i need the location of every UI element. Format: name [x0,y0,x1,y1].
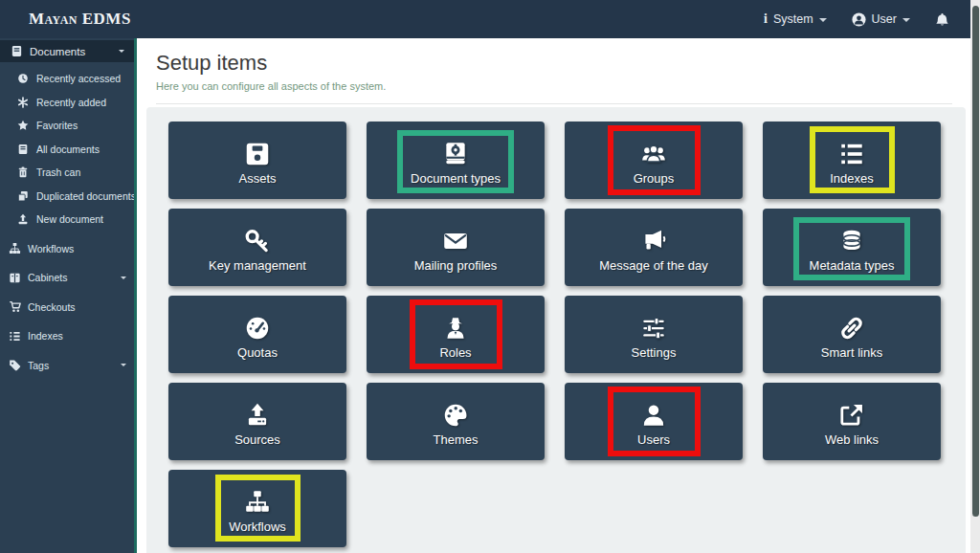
top-navbar: Mayan EDMS i System User [0,0,970,38]
sidebar-item-recently-added[interactable]: Recently added [0,91,134,115]
system-menu[interactable]: i System [764,11,827,27]
sidebar-item-label: Recently accessed [36,73,126,84]
setup-tile-key-management[interactable]: Key management [168,209,346,286]
setup-tile-label: Assets [238,171,276,186]
trash-icon [16,166,30,178]
setup-tile-label: Mailing profiles [414,258,498,273]
sitemap-sm-icon [8,242,21,254]
scrollbar-track[interactable] [970,0,980,553]
sidebar-item-label: Workflows [28,243,126,254]
sidebar-item-all-documents[interactable]: All documents [0,138,134,162]
external-link-icon [837,397,866,430]
sidebar-item-label: Favorites [36,120,126,131]
setup-tile-users[interactable]: Users [565,383,743,460]
main-content: Setup items Here you can configure all a… [137,38,970,553]
sidebar-item-tags[interactable]: Tags [0,354,134,378]
database-icon [837,223,866,255]
setup-tile-groups[interactable]: Groups [565,122,743,199]
sidebar-item-checkouts[interactable]: Checkouts [0,296,134,320]
sidebar-item-label: New document [36,213,126,225]
page-title: Setup items [156,51,267,76]
setup-tile-indexes[interactable]: Indexes [763,122,941,199]
info-icon: i [764,11,768,27]
setup-tile-web-links[interactable]: Web links [763,383,941,460]
floppy-icon [243,136,272,168]
sidebar-item-label: Cabinets [28,272,114,283]
link-icon [837,310,866,343]
sidebar-item-duplicated-documents[interactable]: Duplicated documents [0,185,134,209]
setup-tile-label: Key management [209,258,306,273]
sidebar-item-label: Duplicated documents [36,190,136,202]
setup-tile-label: Roles [439,345,471,360]
user-menu-label: User [872,12,897,26]
sidebar-item-label: Checkouts [28,301,126,313]
setup-tile-label: Workflows [229,520,286,534]
setup-tile-workflows[interactable]: Workflows [168,470,346,547]
sidebar-item-documents[interactable]: Documents [0,40,134,62]
chevron-down-icon [819,18,827,22]
setup-tile-label: Themes [434,432,479,447]
chevron-down-icon [902,18,910,22]
header-divider [156,103,952,104]
setup-tile-settings[interactable]: Settings [565,296,743,373]
setup-tile-label: Groups [634,171,675,186]
sidebar-item-recently-accessed[interactable]: Recently accessed [0,67,134,91]
scrollbar-thumb[interactable] [972,6,979,517]
copy-icon [16,190,30,202]
setup-tile-label: Quotas [237,345,278,360]
setup-tile-label: Sources [234,432,280,447]
setup-tile-mailing-profiles[interactable]: Mailing profiles [367,209,545,286]
setup-tile-quotas[interactable]: Quotas [168,296,346,373]
sidebar-item-indexes[interactable]: Indexes [0,324,134,348]
users-icon [639,136,668,168]
setup-tile-grid: AssetsDocument typesGroupsIndexesKey man… [168,122,941,547]
setup-tile-label: Web links [825,432,879,447]
upload-icon [16,213,30,225]
sidebar-content-divider [134,38,137,553]
setup-tile-label: Indexes [830,171,874,186]
setup-tile-message-of-the-day[interactable]: Message of the day [565,209,743,286]
book-gear-icon [441,136,470,168]
user-menu[interactable]: User [852,12,910,27]
setup-tile-label: Metadata types [810,258,895,273]
sidebar-item-workflows[interactable]: Workflows [0,237,134,261]
sidebar-item-trash-can[interactable]: Trash can [0,161,134,185]
setup-tile-smart-links[interactable]: Smart links [763,296,941,373]
setup-tile-metadata-types[interactable]: Metadata types [763,209,941,286]
app-brand: Mayan EDMS [29,10,131,29]
sidebar-item-label: Recently added [36,97,126,108]
upload-drive-icon [243,397,272,430]
user-icon [639,397,668,430]
sidebar-item-new-document[interactable]: New document [0,208,134,232]
user-secret-icon [441,310,470,343]
system-menu-label: System [773,12,813,26]
page-subtitle: Here you can configure all aspects of th… [156,80,386,92]
chevron-down-icon [121,364,126,366]
book-icon [10,45,23,57]
sidebar-item-label: All documents [36,144,126,155]
setup-tile-label: Document types [411,171,501,186]
setup-tile-roles[interactable]: Roles [367,296,545,373]
setup-panel: AssetsDocument typesGroupsIndexesKey man… [146,107,966,553]
setup-tile-sources[interactable]: Sources [168,383,346,460]
sidebar-item-label: Trash can [36,166,126,178]
envelope-icon [441,223,470,255]
gauge-icon [243,310,272,343]
sidebar-item-label: Tags [28,360,114,371]
bullhorn-icon [639,223,668,255]
book-icon [16,144,30,155]
star-icon [16,120,30,131]
sidebar-nav: DocumentsRecently accessedRecently added… [0,38,134,553]
setup-tile-label: Message of the day [599,258,707,273]
sidebar-item-favorites[interactable]: Favorites [0,114,134,138]
sidebar-item-cabinets[interactable]: Cabinets [0,266,134,290]
setup-tile-document-types[interactable]: Document types [367,122,545,199]
chevron-down-icon [121,276,126,279]
bell-icon[interactable] [935,12,949,27]
sidebar-item-label: Documents [30,46,112,57]
setup-tile-themes[interactable]: Themes [367,383,545,460]
tag-icon [8,359,21,371]
user-circle-icon [852,12,866,27]
sitemap-icon [243,484,272,517]
setup-tile-assets[interactable]: Assets [168,122,346,199]
